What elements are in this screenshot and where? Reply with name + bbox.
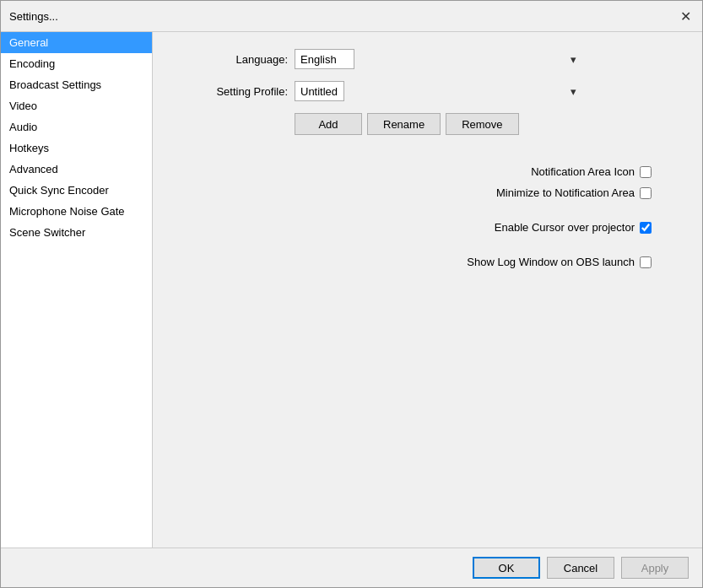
rename-button[interactable]: Rename	[367, 113, 441, 135]
language-select[interactable]: English French German Spanish Japanese C…	[295, 49, 354, 69]
sidebar-item-hotkeys[interactable]: Hotkeys	[1, 138, 152, 159]
close-button[interactable]: ✕	[677, 8, 694, 24]
setting-profile-select[interactable]: Untitled	[295, 81, 344, 101]
content-area: General Encoding Broadcast Settings Vide…	[1, 32, 702, 548]
sidebar-item-scene-switcher[interactable]: Scene Switcher	[1, 222, 152, 243]
sidebar-item-encoding[interactable]: Encoding	[1, 53, 152, 74]
language-row: Language: English French German Spanish …	[178, 49, 677, 69]
sidebar-item-video[interactable]: Video	[1, 95, 152, 116]
sidebar-item-advanced[interactable]: Advanced	[1, 159, 152, 180]
add-button[interactable]: Add	[295, 113, 362, 135]
enable-cursor-row: Enable Cursor over projector	[178, 221, 677, 234]
show-log-label[interactable]: Show Log Window on OBS launch	[467, 256, 652, 268]
language-select-wrapper: English French German Spanish Japanese C…	[295, 49, 581, 69]
remove-button[interactable]: Remove	[446, 113, 518, 135]
sidebar: General Encoding Broadcast Settings Vide…	[1, 32, 153, 548]
show-log-row: Show Log Window on OBS launch	[178, 256, 677, 268]
minimize-notification-checkbox[interactable]	[640, 187, 652, 199]
cancel-button[interactable]: Cancel	[547, 557, 614, 579]
sidebar-item-broadcast-settings[interactable]: Broadcast Settings	[1, 74, 152, 95]
enable-cursor-checkbox[interactable]	[640, 222, 652, 234]
notification-area-icon-checkbox[interactable]	[640, 166, 652, 178]
apply-button[interactable]: Apply	[621, 557, 689, 579]
ok-button[interactable]: OK	[473, 557, 540, 579]
sidebar-item-quick-sync-encoder[interactable]: Quick Sync Encoder	[1, 180, 152, 201]
minimize-notification-label[interactable]: Minimize to Notification Area	[496, 186, 652, 199]
main-content: Language: English French German Spanish …	[153, 32, 702, 548]
sidebar-item-microphone-noise-gate[interactable]: Microphone Noise Gate	[1, 201, 152, 222]
footer: OK Cancel Apply	[1, 548, 702, 587]
language-label: Language:	[178, 53, 288, 66]
notification-area-icon-label[interactable]: Notification Area Icon	[531, 165, 652, 178]
notification-area-icon-row: Notification Area Icon	[178, 165, 677, 178]
enable-cursor-label[interactable]: Enable Cursor over projector	[495, 221, 652, 234]
setting-profile-label: Setting Profile:	[178, 85, 288, 98]
show-log-checkbox[interactable]	[640, 256, 652, 268]
settings-window: Settings... ✕ General Encoding Broadcast…	[0, 0, 703, 588]
sidebar-item-audio[interactable]: Audio	[1, 116, 152, 138]
setting-profile-row: Setting Profile: Untitled	[178, 81, 677, 101]
sidebar-item-general[interactable]: General	[1, 32, 152, 53]
title-bar: Settings... ✕	[1, 1, 702, 32]
profile-buttons-row: Add Rename Remove	[295, 113, 677, 135]
setting-profile-select-wrapper: Untitled	[295, 81, 581, 101]
minimize-notification-row: Minimize to Notification Area	[178, 186, 677, 199]
window-title: Settings...	[9, 10, 58, 23]
